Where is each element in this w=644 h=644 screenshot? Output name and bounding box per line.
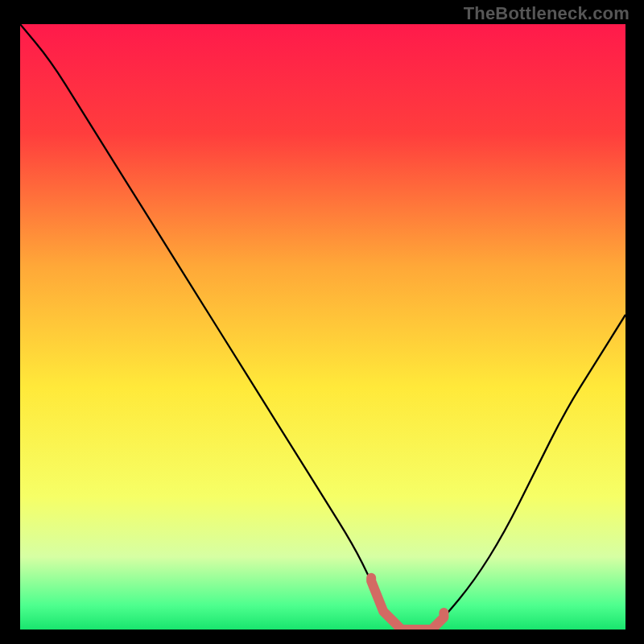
gradient-background (20, 24, 625, 630)
chart-svg (20, 24, 625, 630)
watermark-text: TheBottleneck.com (464, 3, 630, 24)
plot-area (20, 24, 625, 630)
chart-container: TheBottleneck.com (0, 0, 644, 644)
